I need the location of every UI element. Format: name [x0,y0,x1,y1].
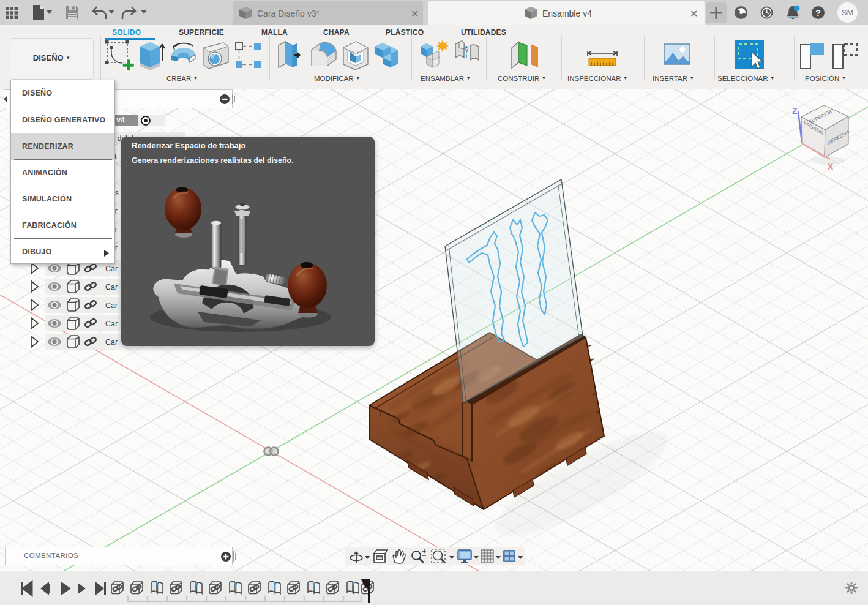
svg-text:?: ? [815,8,821,18]
svg-text:Z: Z [792,106,798,116]
svg-text:Car: Car [105,265,118,273]
svg-text:X: X [828,162,834,171]
